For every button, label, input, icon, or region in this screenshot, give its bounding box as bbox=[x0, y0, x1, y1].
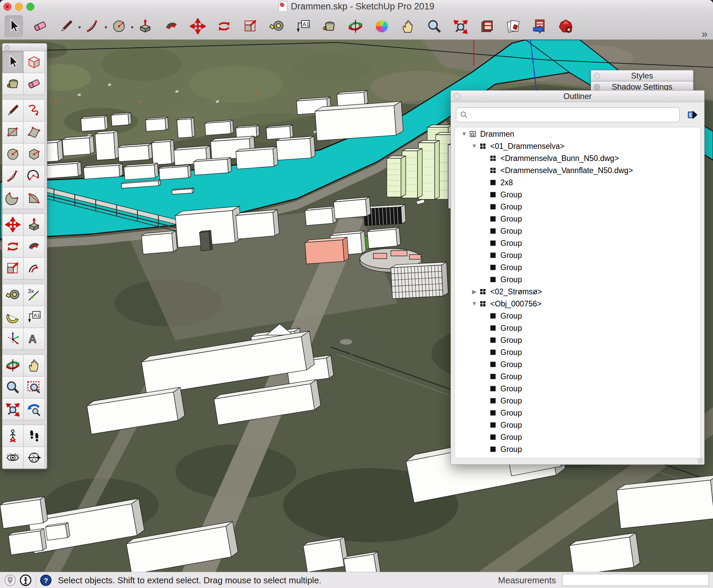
outliner-item[interactable]: Group bbox=[455, 249, 700, 261]
toolbar-text-button[interactable]: A1 bbox=[294, 16, 312, 37]
toolbar-paint-bucket-button[interactable] bbox=[320, 16, 338, 37]
palette-3d-text-button[interactable]: A bbox=[23, 328, 45, 350]
toolbar-send-to-layout-button[interactable] bbox=[478, 16, 496, 37]
palette-freehand-button[interactable] bbox=[23, 99, 45, 122]
palette-zoom-extents-button[interactable] bbox=[2, 398, 24, 420]
toolbar-scale-button[interactable] bbox=[241, 16, 260, 37]
outliner-collapse-button[interactable] bbox=[453, 93, 460, 100]
toolbar-3d-warehouse-button[interactable] bbox=[504, 16, 522, 37]
outliner-search-box[interactable] bbox=[456, 107, 680, 122]
geolocation-icon[interactable] bbox=[4, 574, 16, 586]
toolbar-select-button[interactable] bbox=[5, 16, 23, 37]
toolbar-follow-me-button[interactable] bbox=[162, 16, 181, 37]
palette-dimension-button[interactable]: 3x bbox=[23, 284, 45, 306]
palette-walk-button[interactable] bbox=[23, 425, 45, 447]
outliner-item[interactable]: Group bbox=[455, 261, 700, 273]
palette-previous-button[interactable] bbox=[23, 398, 45, 420]
palette-text-button[interactable]: A1 bbox=[23, 306, 45, 328]
toolbar-extension-manager-button[interactable] bbox=[557, 16, 575, 37]
palette-rotated-rectangle-button[interactable] bbox=[23, 121, 45, 144]
measurements-input[interactable] bbox=[562, 574, 709, 586]
toolbar-arc-2pt-button[interactable]: ▾ bbox=[84, 16, 102, 37]
palette-tape-measure-button[interactable] bbox=[2, 284, 24, 306]
resize-handle[interactable] bbox=[698, 458, 703, 463]
palette-line-button[interactable] bbox=[2, 99, 24, 122]
palette-arc-2pt-button[interactable] bbox=[2, 165, 24, 187]
toolbar-move-button[interactable] bbox=[189, 16, 207, 37]
outliner-item[interactable]: ▼<Obj_000756> bbox=[455, 298, 700, 310]
palette-paint-bucket-button[interactable] bbox=[2, 73, 24, 95]
palette-protractor-button[interactable] bbox=[2, 306, 24, 328]
styles-panel-bar[interactable]: Styles bbox=[591, 70, 693, 82]
palette-zoom-window-button[interactable] bbox=[23, 376, 45, 398]
toolbar-orbit-button[interactable] bbox=[346, 16, 365, 37]
dropdown-caret-icon[interactable]: ▾ bbox=[104, 24, 107, 30]
attribution-icon[interactable] bbox=[20, 574, 32, 586]
palette-rotate-button[interactable] bbox=[2, 235, 24, 258]
toolbar-eraser-button[interactable] bbox=[31, 16, 49, 37]
palette-axes-button[interactable] bbox=[2, 328, 24, 350]
toolbar-overflow-chevron[interactable]: » bbox=[701, 30, 708, 37]
outliner-item[interactable]: Group bbox=[455, 407, 700, 419]
palette-offset-button[interactable] bbox=[23, 257, 45, 279]
expander-open-icon[interactable]: ▼ bbox=[470, 300, 479, 307]
toolbar-zoom-extents-button[interactable] bbox=[451, 16, 470, 37]
toolbar-push-pull-button[interactable] bbox=[136, 16, 154, 37]
outliner-item[interactable]: Group bbox=[455, 419, 700, 431]
shadow-settings-collapse-button[interactable] bbox=[594, 84, 600, 90]
outliner-details-button[interactable] bbox=[685, 108, 699, 122]
outliner-item[interactable]: Group bbox=[455, 273, 700, 286]
palette-follow-me-button[interactable] bbox=[23, 235, 45, 258]
styles-collapse-button[interactable] bbox=[594, 73, 600, 79]
toolbar-rotate-button[interactable] bbox=[215, 16, 233, 37]
outliner-item[interactable]: Group bbox=[455, 443, 700, 455]
toolbar-export-document-button[interactable] bbox=[530, 16, 549, 37]
palette-zoom-button[interactable] bbox=[2, 376, 24, 398]
palette-rectangle-button[interactable] bbox=[2, 121, 24, 144]
outliner-item[interactable]: Group bbox=[455, 431, 700, 443]
outliner-item[interactable]: Group bbox=[455, 237, 700, 249]
toolbar-pan-button[interactable] bbox=[399, 16, 417, 37]
outliner-item[interactable]: <Drammenselva_Bunn_N50.dwg> bbox=[455, 152, 700, 164]
outliner-item[interactable]: Group bbox=[455, 322, 700, 334]
palette-select-button[interactable] bbox=[2, 51, 24, 73]
outliner-item[interactable]: Group bbox=[455, 225, 700, 237]
outliner-item[interactable]: Group bbox=[455, 395, 700, 407]
outliner-item[interactable]: Group bbox=[455, 189, 700, 201]
toolbar-color-wheel-button[interactable] bbox=[373, 16, 391, 37]
expander-open-icon[interactable]: ▼ bbox=[470, 143, 479, 149]
outliner-item[interactable]: Group bbox=[455, 334, 700, 346]
outliner-item[interactable]: ▶<02_Strømsø> bbox=[455, 286, 700, 298]
outliner-item[interactable]: ▼Drammen bbox=[455, 128, 700, 140]
help-icon[interactable]: ? bbox=[40, 574, 52, 586]
palette-pie-button[interactable] bbox=[2, 187, 24, 209]
expander-open-icon[interactable]: ▼ bbox=[460, 131, 469, 138]
palette-make-component-button[interactable] bbox=[23, 51, 45, 73]
toolbar-zoom-button[interactable] bbox=[425, 16, 444, 37]
outliner-item[interactable]: Group bbox=[455, 310, 700, 322]
outliner-item[interactable]: Group bbox=[455, 201, 700, 213]
palette-eraser-button[interactable] bbox=[23, 73, 45, 95]
toolbar-tape-measure-button[interactable] bbox=[267, 16, 286, 37]
palette-push-pull-button[interactable] bbox=[23, 213, 45, 236]
outliner-item[interactable]: Group bbox=[455, 346, 700, 358]
outliner-item[interactable]: ▼<01_Drammenselva> bbox=[455, 140, 700, 152]
toolbar-line-button[interactable]: ▾ bbox=[57, 16, 76, 37]
dropdown-caret-icon[interactable]: ▾ bbox=[78, 24, 81, 30]
palette-arc-seg-button[interactable] bbox=[23, 187, 45, 209]
toolbar-circle-button[interactable]: ▾ bbox=[110, 16, 128, 37]
expander-closed-icon[interactable]: ▶ bbox=[470, 288, 479, 295]
palette-move-button[interactable] bbox=[2, 213, 24, 236]
outliner-search-input[interactable] bbox=[471, 110, 679, 120]
palette-arc-3pt-button[interactable] bbox=[23, 165, 45, 187]
outliner-item[interactable]: Group bbox=[455, 371, 700, 382]
palette-look-around-button[interactable] bbox=[2, 446, 24, 469]
outliner-item[interactable]: <Drammenselva_Vannflate_N50.dwg> bbox=[455, 164, 700, 176]
palette-polygon-button[interactable] bbox=[23, 143, 45, 165]
dropdown-caret-icon[interactable]: ▾ bbox=[131, 24, 134, 30]
palette-position-camera-button[interactable] bbox=[2, 425, 24, 447]
outliner-item[interactable]: Group bbox=[455, 213, 700, 225]
outliner-item[interactable]: Group bbox=[455, 358, 700, 371]
palette-circle-button[interactable] bbox=[2, 143, 24, 165]
outliner-item[interactable]: Group bbox=[455, 382, 700, 395]
